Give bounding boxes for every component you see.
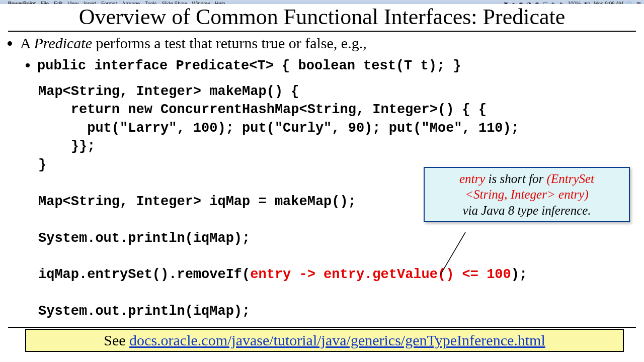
callout-entryset-2: <String, Integer> entry) bbox=[465, 188, 589, 201]
interface-signature: public interface Predicate<T> { boolean … bbox=[37, 58, 461, 73]
callout-entryset-1: (EntrySet bbox=[547, 172, 594, 186]
bottom-rule bbox=[8, 327, 636, 328]
code-line-11-lambda: entry -> entry.getValue() <= 100 bbox=[250, 267, 511, 282]
bullet-predicate: A Predicate performs a test that returns… bbox=[20, 35, 644, 73]
predicate-word: Predicate bbox=[34, 35, 93, 51]
code-line-11c: ); bbox=[511, 267, 527, 282]
bullet-text-pre: A bbox=[20, 35, 34, 51]
code-line-3: put("Larry", 100); put("Curly", 90); put… bbox=[38, 121, 519, 136]
code-line-5: } bbox=[38, 157, 46, 172]
title-rule bbox=[8, 31, 636, 32]
slide-body: Overview of Common Functional Interfaces… bbox=[0, 4, 644, 358]
callout-line-1: entry is short for (EntrySet bbox=[430, 171, 624, 187]
code-line-11a: iqMap.entrySet().removeIf( bbox=[38, 267, 250, 282]
footer-bar: See docs.oracle.com/javase/tutorial/java… bbox=[25, 329, 624, 352]
code-line-7: Map<String, Integer> iqMap = makeMap(); bbox=[38, 194, 356, 209]
bullet-list: A Predicate performs a test that returns… bbox=[20, 35, 644, 73]
callout-box: entry is short for (EntrySet <String, In… bbox=[424, 167, 630, 222]
code-line-13: System.out.println(iqMap); bbox=[38, 304, 250, 319]
slide-title: Overview of Common Functional Interfaces… bbox=[0, 4, 644, 30]
sub-bullet-signature: public interface Predicate<T> { boolean … bbox=[37, 57, 644, 73]
code-line-1: Map<String, Integer> makeMap() { bbox=[38, 84, 299, 99]
footer-see-text: See bbox=[104, 332, 129, 348]
code-line-9: System.out.println(iqMap); bbox=[38, 231, 250, 246]
code-line-4: }}; bbox=[38, 139, 95, 154]
callout-mid-1: is short for bbox=[485, 172, 546, 186]
callout-line-2: <String, Integer> entry) bbox=[430, 187, 624, 202]
callout-entry-word: entry bbox=[459, 172, 485, 186]
callout-line-3: via Java 8 type inference. bbox=[430, 203, 624, 218]
footer-link[interactable]: docs.oracle.com/javase/tutorial/java/gen… bbox=[129, 332, 545, 348]
bullet-text-post: performs a test that returns true or fal… bbox=[92, 35, 367, 51]
code-line-2: return new ConcurrentHashMap<String, Int… bbox=[38, 102, 487, 117]
